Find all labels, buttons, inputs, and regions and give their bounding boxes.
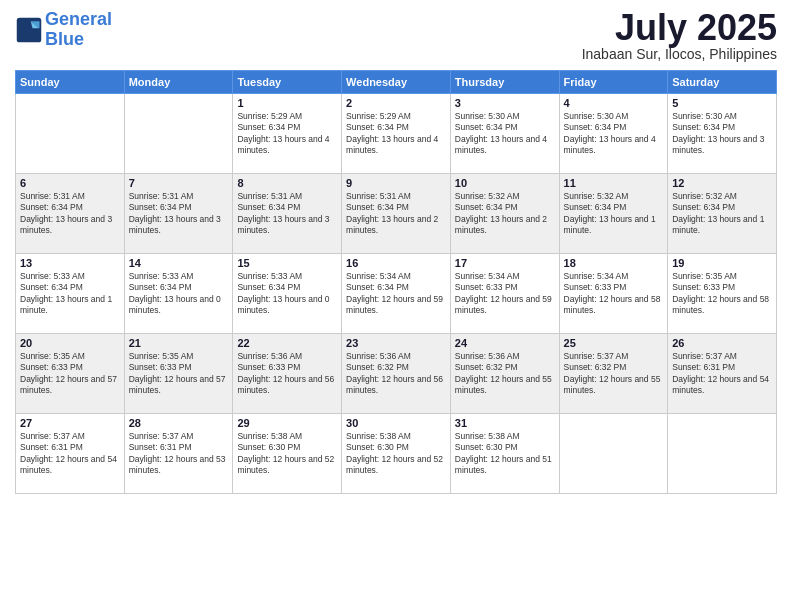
calendar-cell: 29Sunrise: 5:38 AM Sunset: 6:30 PM Dayli… (233, 414, 342, 494)
calendar-cell: 5Sunrise: 5:30 AM Sunset: 6:34 PM Daylig… (668, 94, 777, 174)
day-number: 29 (237, 417, 337, 429)
day-number: 19 (672, 257, 772, 269)
cell-info: Sunrise: 5:35 AM Sunset: 6:33 PM Dayligh… (129, 351, 229, 397)
cell-info: Sunrise: 5:37 AM Sunset: 6:31 PM Dayligh… (20, 431, 120, 477)
cell-info: Sunrise: 5:35 AM Sunset: 6:33 PM Dayligh… (20, 351, 120, 397)
calendar-cell: 23Sunrise: 5:36 AM Sunset: 6:32 PM Dayli… (342, 334, 451, 414)
day-number: 12 (672, 177, 772, 189)
day-number: 28 (129, 417, 229, 429)
calendar-cell: 22Sunrise: 5:36 AM Sunset: 6:33 PM Dayli… (233, 334, 342, 414)
day-number: 2 (346, 97, 446, 109)
column-header-monday: Monday (124, 71, 233, 94)
cell-info: Sunrise: 5:33 AM Sunset: 6:34 PM Dayligh… (129, 271, 229, 317)
calendar-row: 6Sunrise: 5:31 AM Sunset: 6:34 PM Daylig… (16, 174, 777, 254)
day-number: 25 (564, 337, 664, 349)
header: General Blue July 2025 Inabaan Sur, Iloc… (15, 10, 777, 62)
day-number: 30 (346, 417, 446, 429)
cell-info: Sunrise: 5:32 AM Sunset: 6:34 PM Dayligh… (455, 191, 555, 237)
logo-general: General (45, 9, 112, 29)
day-number: 31 (455, 417, 555, 429)
day-number: 9 (346, 177, 446, 189)
calendar-cell: 3Sunrise: 5:30 AM Sunset: 6:34 PM Daylig… (450, 94, 559, 174)
day-number: 18 (564, 257, 664, 269)
day-number: 17 (455, 257, 555, 269)
cell-info: Sunrise: 5:31 AM Sunset: 6:34 PM Dayligh… (237, 191, 337, 237)
cell-info: Sunrise: 5:36 AM Sunset: 6:33 PM Dayligh… (237, 351, 337, 397)
day-number: 20 (20, 337, 120, 349)
cell-info: Sunrise: 5:38 AM Sunset: 6:30 PM Dayligh… (237, 431, 337, 477)
calendar-row: 13Sunrise: 5:33 AM Sunset: 6:34 PM Dayli… (16, 254, 777, 334)
logo-blue: Blue (45, 29, 84, 49)
calendar-header-row: SundayMondayTuesdayWednesdayThursdayFrid… (16, 71, 777, 94)
calendar-cell: 24Sunrise: 5:36 AM Sunset: 6:32 PM Dayli… (450, 334, 559, 414)
column-header-thursday: Thursday (450, 71, 559, 94)
cell-info: Sunrise: 5:38 AM Sunset: 6:30 PM Dayligh… (455, 431, 555, 477)
day-number: 11 (564, 177, 664, 189)
day-number: 3 (455, 97, 555, 109)
calendar-cell: 7Sunrise: 5:31 AM Sunset: 6:34 PM Daylig… (124, 174, 233, 254)
cell-info: Sunrise: 5:31 AM Sunset: 6:34 PM Dayligh… (20, 191, 120, 237)
day-number: 13 (20, 257, 120, 269)
calendar-cell: 14Sunrise: 5:33 AM Sunset: 6:34 PM Dayli… (124, 254, 233, 334)
cell-info: Sunrise: 5:29 AM Sunset: 6:34 PM Dayligh… (237, 111, 337, 157)
cell-info: Sunrise: 5:29 AM Sunset: 6:34 PM Dayligh… (346, 111, 446, 157)
cell-info: Sunrise: 5:31 AM Sunset: 6:34 PM Dayligh… (346, 191, 446, 237)
cell-info: Sunrise: 5:37 AM Sunset: 6:32 PM Dayligh… (564, 351, 664, 397)
calendar-cell: 28Sunrise: 5:37 AM Sunset: 6:31 PM Dayli… (124, 414, 233, 494)
cell-info: Sunrise: 5:33 AM Sunset: 6:34 PM Dayligh… (237, 271, 337, 317)
cell-info: Sunrise: 5:36 AM Sunset: 6:32 PM Dayligh… (455, 351, 555, 397)
day-number: 5 (672, 97, 772, 109)
calendar-row: 20Sunrise: 5:35 AM Sunset: 6:33 PM Dayli… (16, 334, 777, 414)
column-header-saturday: Saturday (668, 71, 777, 94)
calendar-cell: 8Sunrise: 5:31 AM Sunset: 6:34 PM Daylig… (233, 174, 342, 254)
month-title: July 2025 (582, 10, 777, 46)
cell-info: Sunrise: 5:30 AM Sunset: 6:34 PM Dayligh… (564, 111, 664, 157)
calendar-cell: 9Sunrise: 5:31 AM Sunset: 6:34 PM Daylig… (342, 174, 451, 254)
calendar-cell: 19Sunrise: 5:35 AM Sunset: 6:33 PM Dayli… (668, 254, 777, 334)
calendar-cell: 31Sunrise: 5:38 AM Sunset: 6:30 PM Dayli… (450, 414, 559, 494)
calendar-cell (16, 94, 125, 174)
calendar-cell (124, 94, 233, 174)
cell-info: Sunrise: 5:37 AM Sunset: 6:31 PM Dayligh… (672, 351, 772, 397)
day-number: 26 (672, 337, 772, 349)
cell-info: Sunrise: 5:38 AM Sunset: 6:30 PM Dayligh… (346, 431, 446, 477)
cell-info: Sunrise: 5:32 AM Sunset: 6:34 PM Dayligh… (672, 191, 772, 237)
cell-info: Sunrise: 5:33 AM Sunset: 6:34 PM Dayligh… (20, 271, 120, 317)
calendar-cell: 27Sunrise: 5:37 AM Sunset: 6:31 PM Dayli… (16, 414, 125, 494)
calendar-row: 1Sunrise: 5:29 AM Sunset: 6:34 PM Daylig… (16, 94, 777, 174)
day-number: 14 (129, 257, 229, 269)
logo-name: General Blue (45, 10, 112, 50)
cell-info: Sunrise: 5:36 AM Sunset: 6:32 PM Dayligh… (346, 351, 446, 397)
column-header-tuesday: Tuesday (233, 71, 342, 94)
cell-info: Sunrise: 5:32 AM Sunset: 6:34 PM Dayligh… (564, 191, 664, 237)
cell-info: Sunrise: 5:34 AM Sunset: 6:33 PM Dayligh… (564, 271, 664, 317)
calendar-cell: 26Sunrise: 5:37 AM Sunset: 6:31 PM Dayli… (668, 334, 777, 414)
column-header-sunday: Sunday (16, 71, 125, 94)
calendar-cell: 20Sunrise: 5:35 AM Sunset: 6:33 PM Dayli… (16, 334, 125, 414)
day-number: 10 (455, 177, 555, 189)
calendar-row: 27Sunrise: 5:37 AM Sunset: 6:31 PM Dayli… (16, 414, 777, 494)
day-number: 8 (237, 177, 337, 189)
calendar-cell: 2Sunrise: 5:29 AM Sunset: 6:34 PM Daylig… (342, 94, 451, 174)
column-header-wednesday: Wednesday (342, 71, 451, 94)
calendar-cell: 12Sunrise: 5:32 AM Sunset: 6:34 PM Dayli… (668, 174, 777, 254)
page: General Blue July 2025 Inabaan Sur, Iloc… (0, 0, 792, 612)
cell-info: Sunrise: 5:30 AM Sunset: 6:34 PM Dayligh… (672, 111, 772, 157)
calendar-cell: 15Sunrise: 5:33 AM Sunset: 6:34 PM Dayli… (233, 254, 342, 334)
calendar-cell: 4Sunrise: 5:30 AM Sunset: 6:34 PM Daylig… (559, 94, 668, 174)
column-header-friday: Friday (559, 71, 668, 94)
day-number: 1 (237, 97, 337, 109)
day-number: 24 (455, 337, 555, 349)
cell-info: Sunrise: 5:37 AM Sunset: 6:31 PM Dayligh… (129, 431, 229, 477)
calendar-cell: 6Sunrise: 5:31 AM Sunset: 6:34 PM Daylig… (16, 174, 125, 254)
cell-info: Sunrise: 5:31 AM Sunset: 6:34 PM Dayligh… (129, 191, 229, 237)
cell-info: Sunrise: 5:35 AM Sunset: 6:33 PM Dayligh… (672, 271, 772, 317)
calendar-cell (559, 414, 668, 494)
day-number: 21 (129, 337, 229, 349)
calendar-cell: 13Sunrise: 5:33 AM Sunset: 6:34 PM Dayli… (16, 254, 125, 334)
calendar-cell: 21Sunrise: 5:35 AM Sunset: 6:33 PM Dayli… (124, 334, 233, 414)
calendar-cell: 30Sunrise: 5:38 AM Sunset: 6:30 PM Dayli… (342, 414, 451, 494)
cell-info: Sunrise: 5:34 AM Sunset: 6:33 PM Dayligh… (455, 271, 555, 317)
calendar-cell: 18Sunrise: 5:34 AM Sunset: 6:33 PM Dayli… (559, 254, 668, 334)
day-number: 7 (129, 177, 229, 189)
